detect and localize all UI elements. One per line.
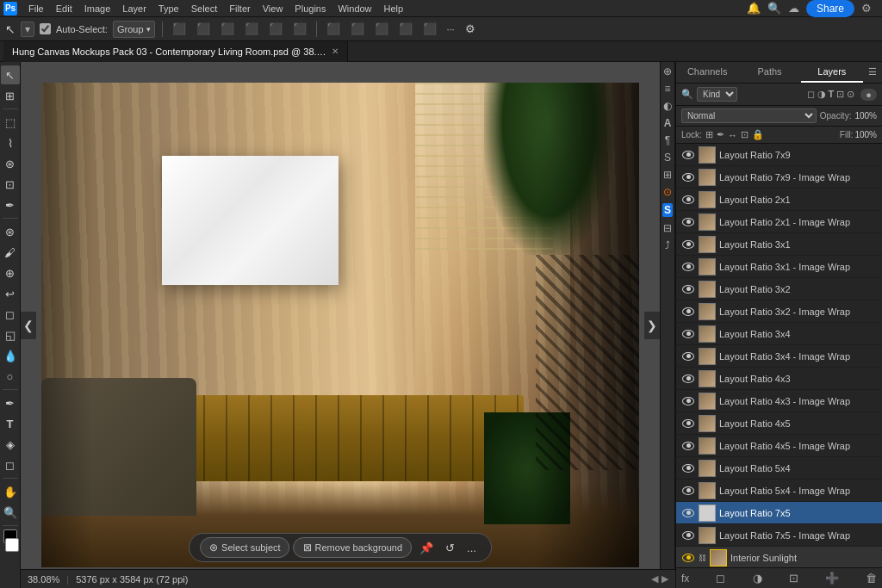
filter-shape-icon[interactable]: ⊡ (836, 89, 844, 101)
hand-tool[interactable]: ✋ (1, 482, 20, 501)
layer-item[interactable]: Layout Ratio 4x3 (676, 368, 882, 390)
distribute-right-icon[interactable]: ⬛ (372, 21, 391, 37)
layer-item[interactable]: Layout Ratio 2x1 (676, 189, 882, 211)
delete-layer-icon[interactable]: 🗑 (866, 572, 877, 585)
path-select-tool[interactable]: ◈ (1, 435, 20, 454)
align-left-icon[interactable]: ⬛ (170, 21, 189, 37)
settings-options-icon[interactable]: ⚙ (463, 21, 478, 37)
filter-kind-select[interactable]: Kind (697, 87, 737, 102)
align-right-icon[interactable]: ⬛ (218, 21, 237, 37)
canvas-nav-next[interactable]: ❯ (644, 312, 660, 339)
lock-all-icon[interactable]: 🔒 (752, 129, 764, 140)
layer-visibility-toggle[interactable] (681, 394, 695, 408)
scroll-right-icon[interactable]: ▶ (662, 573, 668, 585)
artboard-tool[interactable]: ⊞ (1, 86, 20, 105)
layer-visibility-toggle[interactable] (681, 350, 695, 363)
distribute-icon-4[interactable]: ⬛ (396, 21, 415, 37)
settings-icon[interactable]: ⚙ (861, 2, 872, 15)
gradient-tool[interactable]: ◱ (1, 325, 20, 344)
layer-item[interactable]: Layout Ratio 4x3 - Image Wrap (676, 390, 882, 412)
character-icon[interactable]: A (664, 117, 672, 129)
pen-tool[interactable]: ✒ (1, 393, 20, 412)
layer-item[interactable]: Layout Ratio 2x1 - Image Wrap (676, 211, 882, 233)
eraser-tool[interactable]: ◻ (1, 305, 20, 324)
active-tab[interactable]: Hung Canvas Mockups Pack 03 - Contempora… (3, 41, 348, 62)
layer-item[interactable]: Layout Ratio 4x5 - Image Wrap (676, 435, 882, 457)
layer-visibility-toggle[interactable] (681, 372, 695, 386)
lock-artboard-icon[interactable]: ⊡ (741, 129, 748, 140)
menu-layer[interactable]: Layer (116, 2, 152, 15)
float-more-icon[interactable]: ... (463, 540, 481, 556)
group-select-dropdown[interactable]: Group ▾ (113, 21, 155, 38)
menu-help[interactable]: Help (378, 2, 410, 15)
healing-brush-tool[interactable]: ⊛ (1, 222, 20, 241)
align-top-icon[interactable]: ⬛ (242, 21, 261, 37)
more-options-icon[interactable]: ··· (444, 22, 457, 36)
layer-effects-icon[interactable]: fx (681, 573, 689, 585)
timeline-icon[interactable]: ⊟ (663, 222, 672, 234)
blend-mode-select[interactable]: Normal (681, 108, 817, 123)
menu-image[interactable]: Image (78, 2, 117, 15)
tab-paths[interactable]: Paths (738, 62, 800, 83)
tool-options-icon[interactable]: ▾ (21, 22, 34, 37)
shape-tool[interactable]: ◻ (1, 455, 20, 474)
filter-toggle[interactable]: ● (860, 89, 877, 101)
tab-close-button[interactable]: ✕ (332, 46, 339, 56)
layer-item[interactable]: Layout Ratio 3x2 (676, 278, 882, 300)
layer-visibility-toggle[interactable] (681, 238, 695, 251)
lock-transparency-icon[interactable]: ⊞ (705, 129, 713, 140)
history-icon[interactable]: ⊕ (663, 65, 672, 77)
share-button[interactable]: Share (806, 0, 854, 17)
menu-type[interactable]: Type (152, 2, 185, 15)
filter-type-icon[interactable]: T (829, 89, 835, 101)
plugins-icon[interactable]: S (662, 203, 673, 217)
blur-tool[interactable]: 💧 (1, 346, 20, 365)
layer-item[interactable]: Layout Ratio 5x4 (676, 457, 882, 480)
layer-visibility-toggle[interactable] (681, 417, 695, 430)
layer-item[interactable]: Layout Ratio 4x5 (676, 412, 882, 435)
float-rotate-icon[interactable]: ↺ (441, 540, 459, 556)
menu-plugins[interactable]: Plugins (289, 2, 332, 15)
paragraph-icon[interactable]: ¶ (665, 134, 670, 146)
lock-position-icon[interactable]: ↔ (728, 130, 737, 140)
layer-visibility-toggle[interactable] (681, 148, 695, 162)
layer-visibility-toggle[interactable] (681, 529, 695, 542)
layer-item[interactable]: Layout Ratio 5x4 - Image Wrap (676, 480, 882, 502)
opacity-value[interactable]: 100% (854, 111, 877, 121)
fill-value[interactable]: 100% (854, 130, 877, 139)
panel-menu-icon[interactable]: ☰ (863, 62, 882, 83)
remove-background-button[interactable]: ⊠ Remove background (294, 537, 413, 558)
stamp-tool[interactable]: ⊕ (1, 263, 20, 282)
align-bottom-icon[interactable]: ⬛ (290, 21, 309, 37)
search-icon[interactable]: 🔍 (767, 2, 781, 15)
layer-item[interactable]: Layout Ratio 3x1 - Image Wrap (676, 256, 882, 278)
brush-tool[interactable]: 🖌 (1, 243, 20, 262)
layer-visibility-toggle[interactable] (681, 506, 695, 520)
menu-edit[interactable]: Edit (50, 2, 78, 15)
filter-adjust-icon[interactable]: ◑ (817, 89, 826, 101)
eyedropper-tool[interactable]: ✒ (1, 195, 20, 214)
layer-visibility-toggle[interactable] (681, 551, 695, 565)
layer-item[interactable]: Layout Ratio 7x5 - Image Wrap (676, 524, 882, 547)
layer-item[interactable]: Layout Ratio 3x2 - Image Wrap (676, 300, 882, 323)
layer-visibility-toggle[interactable] (681, 282, 695, 296)
tab-layers[interactable]: Layers (801, 62, 863, 83)
layer-visibility-toggle[interactable] (681, 461, 695, 475)
select-subject-button[interactable]: ⊛ Select subject (200, 537, 289, 558)
lasso-tool[interactable]: ⌇ (1, 133, 20, 152)
filter-smart-icon[interactable]: ⊙ (847, 89, 854, 101)
layer-visibility-toggle[interactable] (681, 484, 695, 498)
layer-visibility-toggle[interactable] (681, 215, 695, 229)
libraries-icon[interactable]: ⊞ (663, 169, 672, 181)
layer-item[interactable]: ⛓ Interior Sunlight (676, 547, 882, 567)
canvas-nav-prev[interactable]: ❮ (21, 312, 36, 339)
layer-visibility-toggle[interactable] (681, 439, 695, 453)
layer-mask-icon[interactable]: ◻ (716, 572, 725, 585)
new-layer-icon[interactable]: ➕ (825, 572, 839, 585)
layer-item[interactable]: Layout Ratio 3x4 (676, 323, 882, 345)
notification-icon[interactable]: 🔔 (747, 2, 761, 15)
layer-visibility-toggle[interactable] (681, 260, 695, 274)
menu-view[interactable]: View (257, 2, 289, 15)
3d-icon[interactable]: ⊙ (663, 186, 672, 198)
properties-icon[interactable]: ≡ (664, 83, 670, 95)
